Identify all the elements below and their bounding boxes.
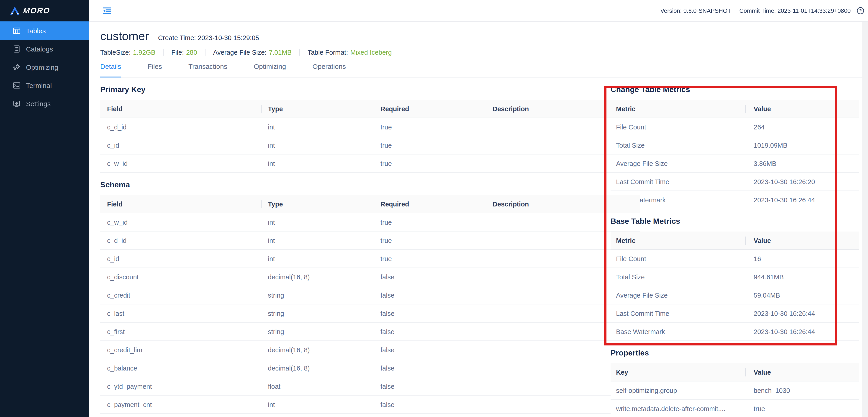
amoro-logo-icon — [10, 6, 20, 15]
table-cell: Last Commit Time — [611, 173, 745, 191]
table-cell: Average File Size — [611, 286, 745, 304]
table-cell: false — [374, 304, 486, 322]
table-cell: true — [745, 399, 859, 417]
table-cell: c_w_id — [100, 154, 261, 173]
table-cell: decimal(16, 8) — [261, 359, 374, 377]
table-row: c_ytd_paymentfloatfalse — [100, 377, 640, 395]
table-cell: false — [374, 341, 486, 359]
sidebar-item-optimizing[interactable]: Optimizing — [0, 58, 89, 76]
change-table-metrics-table: MetricValueFile Count264Total Size1019.0… — [611, 100, 859, 209]
table-cell: false — [374, 377, 486, 395]
tab-bar: Details Files Transactions Optimizing Op… — [100, 62, 862, 78]
base-table-metrics-title: Base Table Metrics — [611, 216, 859, 227]
table-row: c_w_idinttrue — [100, 213, 640, 231]
menu-fold-icon[interactable] — [103, 7, 111, 14]
terminal-icon — [13, 81, 21, 89]
column-header: Field — [100, 195, 261, 213]
table-cell: Average File Size — [611, 154, 745, 173]
table-cell: 264 — [745, 118, 859, 136]
column-header: Type — [261, 100, 374, 118]
help-question-icon[interactable]: ? — [857, 7, 864, 14]
logo[interactable]: MORO — [0, 0, 89, 22]
table-cell: float — [261, 377, 374, 395]
table-cell: int — [261, 154, 374, 173]
divider — [205, 49, 205, 56]
tab-operations[interactable]: Operations — [312, 62, 346, 77]
table-cell: c_d_id — [100, 118, 261, 136]
table-row: Last Commit Time2023-10-30 16:26:20 — [611, 173, 859, 191]
table-row: Table Watermark2023-10-30 16:26:44 — [611, 191, 859, 209]
version-label: Version: 0.6.0-SNAPSHOT — [660, 7, 731, 14]
main-area: Version: 0.6.0-SNAPSHOT Commit Time: 202… — [89, 0, 868, 417]
table-cell: true — [374, 118, 486, 136]
sidebar-item-terminal[interactable]: Terminal — [0, 76, 89, 94]
sidebar-item-catalogs[interactable]: Catalogs — [0, 40, 89, 58]
table-cell: 2023-10-30 16:26:20 — [745, 173, 859, 191]
column-header: Field — [100, 100, 261, 118]
table-cell: write.metadata.delete-after-commit.... — [611, 399, 745, 417]
table-cell: true — [374, 231, 486, 249]
primary-key-table: FieldTypeRequiredDescriptionc_d_idinttru… — [100, 100, 640, 173]
version-info: Version: 0.6.0-SNAPSHOT Commit Time: 202… — [660, 7, 851, 14]
column-header: Metric — [611, 100, 745, 118]
sidebar-menu: Tables Catalogs Optimizing Terminal — [0, 22, 89, 113]
table-cell: Total Size — [611, 136, 745, 154]
table-cell: 59.04MB — [745, 286, 859, 304]
table-row: c_d_idinttrue — [100, 231, 640, 249]
table-cell: true — [374, 136, 486, 154]
table-row: c_credit_limdecimal(16, 8)false — [100, 341, 640, 359]
sidebar-item-label: Settings — [26, 99, 51, 107]
table-icon — [13, 27, 21, 34]
table-cell: int — [261, 118, 374, 136]
table-cell: 2023-10-30 16:26:44 — [745, 304, 859, 322]
primary-key-title: Primary Key — [100, 85, 598, 95]
table-cell: Base Watermark — [611, 322, 745, 341]
table-row: Base Watermark2023-10-30 16:26:44 — [611, 322, 859, 341]
content-area: customer Create Time: 2023-10-30 15:29:0… — [89, 22, 868, 417]
table-cell: Last Commit Time — [611, 304, 745, 322]
tab-details[interactable]: Details — [100, 62, 121, 78]
optimizing-gear-icon — [13, 63, 21, 71]
top-header: Version: 0.6.0-SNAPSHOT Commit Time: 202… — [89, 0, 868, 22]
table-cell: c_last — [100, 304, 261, 322]
table-cell: int — [261, 249, 374, 268]
table-cell: string — [261, 322, 374, 341]
table-cell: c_w_id — [100, 213, 261, 231]
table-row: Average File Size59.04MB — [611, 286, 859, 304]
table-cell: false — [374, 322, 486, 341]
tab-files[interactable]: Files — [148, 62, 162, 77]
sidebar-item-tables[interactable]: Tables — [0, 22, 89, 40]
sidebar-item-label: Tables — [26, 27, 46, 34]
table-cell: c_credit — [100, 286, 261, 304]
schema-table: FieldTypeRequiredDescriptionc_w_idinttru… — [100, 195, 640, 414]
sidebar: MORO Tables Catalogs Optimizing — [0, 0, 89, 417]
table-row: self-optimizing.groupbench_1030 — [611, 381, 859, 399]
tab-transactions[interactable]: Transactions — [188, 62, 227, 77]
table-cell: decimal(16, 8) — [261, 341, 374, 359]
table-cell: int — [261, 213, 374, 231]
table-cell: true — [374, 154, 486, 173]
table-cell: File Count — [611, 118, 745, 136]
table-row: Total Size1019.09MB — [611, 136, 859, 154]
table-row: c_d_idinttrue — [100, 118, 640, 136]
table-row: c_laststringfalse — [100, 304, 640, 322]
table-cell: 944.61MB — [745, 268, 859, 286]
table-cell: 2023-10-30 16:26:44 — [745, 191, 859, 209]
vertical-scrollbar[interactable] — [862, 22, 868, 417]
table-cell: int — [261, 136, 374, 154]
table-cell: false — [374, 268, 486, 286]
divider — [299, 49, 300, 56]
tab-optimizing[interactable]: Optimizing — [254, 62, 286, 77]
commit-time-label: Commit Time: 2023-11-01T14:33:29+0800 — [739, 7, 851, 14]
divider — [163, 49, 163, 56]
sidebar-item-settings[interactable]: Settings — [0, 94, 89, 113]
page-header: customer Create Time: 2023-10-30 15:29:0… — [100, 29, 857, 43]
create-time: Create Time: 2023-10-30 15:29:05 — [158, 34, 259, 41]
table-row: c_idinttrue — [100, 136, 640, 154]
table-row: write.metadata.delete-after-commit....tr… — [611, 399, 859, 417]
table-cell: c_d_id — [100, 231, 261, 249]
table-row: Average File Size3.86MB — [611, 154, 859, 173]
app-root: MORO Tables Catalogs Optimizing — [0, 0, 868, 417]
change-table-metrics-title: Change Table Metrics — [611, 85, 859, 95]
table-cell: string — [261, 286, 374, 304]
